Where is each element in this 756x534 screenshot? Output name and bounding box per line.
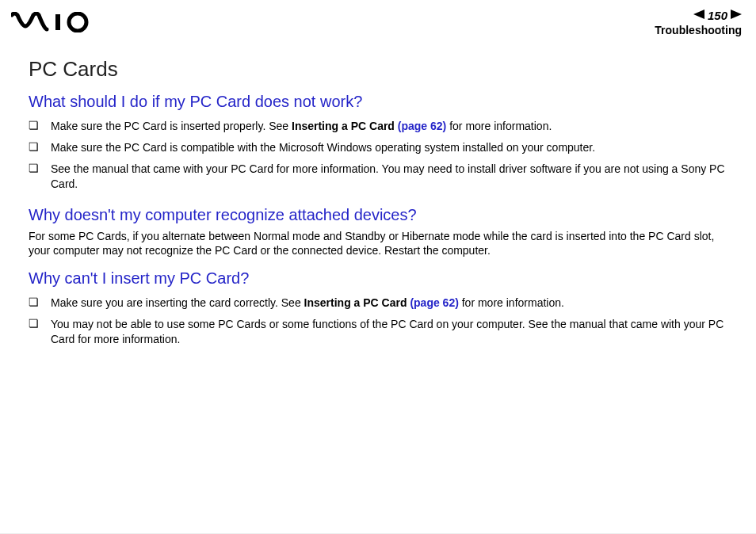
faq-question-3: Why can't I insert my PC Card? <box>29 269 756 288</box>
text-segment: Make sure the PC Card is inserted proper… <box>51 120 292 132</box>
prev-page-icon[interactable] <box>693 8 704 22</box>
list-item: Make sure the PC Card is compatible with… <box>29 137 732 158</box>
next-page-icon[interactable] <box>731 8 742 22</box>
header-right: 150 Troubleshooting <box>655 8 742 36</box>
text-segment: Make sure the PC Card is compatible with… <box>51 141 595 154</box>
faq-answer-paragraph: For some PC Cards, if you alternate betw… <box>29 229 732 259</box>
list-item: You may not be able to use some PC Cards… <box>29 314 732 350</box>
svg-marker-2 <box>693 10 704 19</box>
bold-text: Inserting a PC Card <box>292 120 398 132</box>
vaio-logo <box>11 12 94 32</box>
faq-question-2: Why doesn't my computer recognize attach… <box>29 206 756 224</box>
list-item: Make sure the PC Card is inserted proper… <box>29 116 732 137</box>
page-link[interactable]: (page 62) <box>398 120 446 132</box>
text-segment: You may not be able to use some PC Cards… <box>51 318 724 345</box>
svg-marker-3 <box>731 10 742 19</box>
text-segment: for more information. <box>459 296 564 309</box>
text-segment: See the manual that came with your PC Ca… <box>51 162 725 190</box>
page-number: 150 <box>708 9 727 22</box>
document-page: 150 Troubleshooting PC Cards What should… <box>0 0 756 534</box>
faq-answer-list-3: Make sure you are inserting the card cor… <box>29 292 732 350</box>
list-item: See the manual that came with your PC Ca… <box>29 158 732 195</box>
svg-rect-0 <box>55 14 60 30</box>
faq-question-1: What should I do if my PC Card does not … <box>29 93 756 111</box>
page-header: 150 Troubleshooting <box>0 0 756 40</box>
faq-answer-list-1: Make sure the PC Card is inserted proper… <box>29 116 732 195</box>
text-segment: for more information. <box>446 120 552 132</box>
page-navigation: 150 <box>693 8 742 22</box>
page-link[interactable]: (page 62) <box>410 296 458 309</box>
text-segment: Make sure you are inserting the card cor… <box>51 296 304 309</box>
page-title: PC Cards <box>29 57 756 82</box>
section-title: Troubleshooting <box>655 24 742 36</box>
bold-text: Inserting a PC Card <box>304 296 410 309</box>
svg-point-1 <box>69 13 86 31</box>
list-item: Make sure you are inserting the card cor… <box>29 292 732 314</box>
